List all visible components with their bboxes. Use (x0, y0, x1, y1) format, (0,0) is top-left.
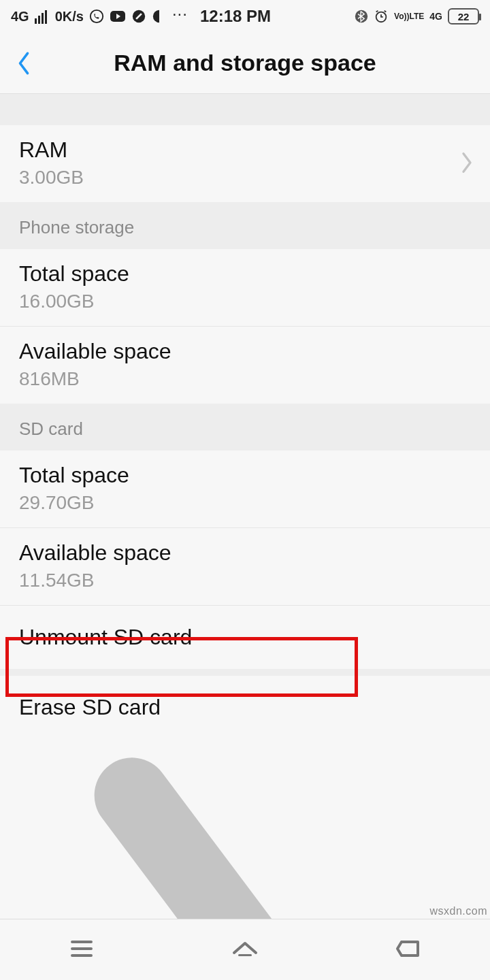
sd-available-label: Available space (19, 540, 471, 566)
sd-card-header: SD card (0, 404, 490, 451)
phone-total-label: Total space (19, 261, 471, 287)
svg-point-4 (91, 10, 103, 22)
network2-icon: 4G (429, 11, 442, 22)
phone-storage-header: Phone storage (0, 202, 490, 249)
sd-total-row: Total space 29.70GB (0, 451, 490, 527)
status-bar: 4G 0K/s ··· 12:18 PM Vo)) LTE 4G (0, 0, 490, 33)
volte-top: Vo)) (394, 12, 409, 20)
ram-row[interactable]: RAM 3.00GB (0, 125, 490, 202)
chevron-left-icon (16, 50, 31, 76)
leaf-icon (152, 9, 167, 24)
chevron-right-icon (460, 151, 474, 177)
svg-rect-3 (45, 10, 47, 24)
svg-rect-2 (42, 13, 44, 24)
recent-apps-button[interactable] (65, 932, 98, 968)
ram-value: 3.00GB (19, 167, 471, 189)
svg-rect-10 (238, 954, 252, 956)
app-header: RAM and storage space (0, 33, 490, 94)
youtube-icon (110, 9, 126, 24)
sd-total-label: Total space (19, 463, 471, 488)
signal-icon (35, 9, 50, 24)
data-speed: 0K/s (55, 9, 84, 24)
svg-rect-1 (38, 16, 40, 24)
unmount-sd-row[interactable]: Unmount SD card (0, 605, 490, 669)
page-title: RAM and storage space (0, 50, 490, 76)
do-not-disturb-icon (131, 9, 146, 24)
battery-icon: 22 (448, 8, 479, 24)
section-gap (0, 94, 490, 125)
sd-available-row: Available space 11.54GB (0, 527, 490, 605)
phone-available-label: Available space (19, 339, 471, 364)
battery-level: 22 (458, 11, 470, 22)
unmount-sd-label: Unmount SD card (19, 625, 471, 650)
home-icon (229, 932, 261, 965)
back-nav-button[interactable] (392, 932, 425, 968)
erase-sd-label: Erase SD card (19, 695, 471, 720)
volte-icon: Vo)) LTE (394, 12, 424, 20)
phone-total-value: 16.00GB (19, 291, 471, 312)
bluetooth-icon (355, 9, 368, 24)
network-type: 4G (11, 9, 29, 24)
navigation-bar (0, 919, 490, 980)
ram-label: RAM (19, 137, 471, 163)
back-button[interactable] (0, 33, 48, 93)
phone-available-row: Available space 816MB (0, 326, 490, 404)
phone-available-value: 816MB (19, 368, 471, 390)
status-time: 12:18 PM (200, 7, 271, 26)
sd-available-value: 11.54GB (19, 570, 471, 591)
section-gap (0, 669, 490, 676)
home-button[interactable] (229, 932, 261, 968)
alarm-icon (374, 9, 389, 24)
volte-bottom: LTE (410, 12, 425, 20)
menu-icon (65, 932, 98, 965)
whatsapp-icon (89, 9, 104, 24)
back-icon (392, 932, 425, 965)
phone-total-row: Total space 16.00GB (0, 249, 490, 326)
watermark: wsxdn.com (429, 905, 487, 917)
sd-total-value: 29.70GB (19, 492, 471, 514)
status-left: 4G 0K/s ··· 12:18 PM (11, 7, 271, 26)
svg-rect-0 (35, 18, 37, 24)
status-right: Vo)) LTE 4G 22 (355, 8, 479, 24)
